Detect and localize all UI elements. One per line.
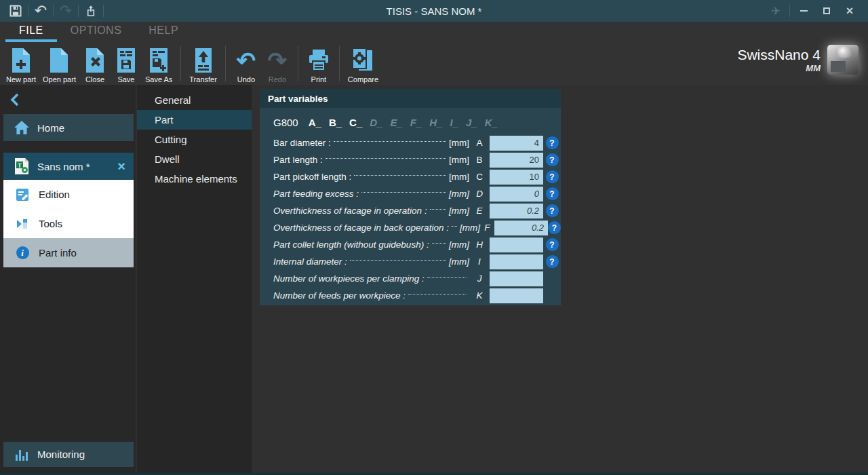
var-letter: F: [480, 223, 494, 233]
g800-letter-k: K_: [485, 117, 498, 128]
maximize-button[interactable]: [815, 2, 838, 20]
var-input-c[interactable]: [490, 170, 543, 185]
g800-letter-i: I_: [450, 117, 459, 128]
var-letter: I: [469, 256, 490, 267]
var-row-j: Number of workpieces per clamping :J: [273, 270, 561, 287]
section-item-dwell[interactable]: Dwell: [137, 149, 252, 169]
var-row-k: Number of feeds per workpiece :K: [273, 287, 561, 304]
var-label: Part collet length (without guidebush) :: [273, 240, 429, 250]
help-icon[interactable]: ?: [546, 187, 559, 200]
sidebar-item-label: Monitoring: [37, 449, 85, 460]
sidebar-item-monitoring[interactable]: Monitoring: [3, 442, 134, 467]
new-part-button[interactable]: New part: [3, 44, 39, 83]
undo-button[interactable]: ↶ Undo: [231, 44, 262, 83]
var-letter: A: [469, 138, 490, 148]
var-input-f[interactable]: [494, 221, 548, 235]
var-input-a[interactable]: [490, 136, 543, 151]
sidebar-document-header[interactable]: T Sans nom * ×: [3, 153, 134, 180]
var-input-k[interactable]: [490, 288, 543, 303]
help-icon[interactable]: ?: [546, 204, 559, 217]
var-help-slot: ?: [543, 204, 561, 217]
content: Home T Sans nom * ×: [0, 85, 868, 473]
close-button[interactable]: ×: [838, 2, 861, 20]
document-menu: Edition Tools i Part info: [3, 180, 134, 267]
section-item-part[interactable]: Part: [137, 110, 252, 130]
close-part-button[interactable]: Close: [79, 44, 111, 83]
part-variables-rows: Bar diameter :[mm]A?Part length :[mm]B?P…: [260, 134, 561, 304]
section-item-cutting[interactable]: Cutting: [137, 130, 252, 149]
sidebar-item-part-info[interactable]: i Part info: [3, 238, 134, 267]
var-input-b[interactable]: [490, 153, 543, 168]
help-icon[interactable]: ?: [546, 170, 559, 183]
sidebar-item-home[interactable]: Home: [3, 114, 134, 141]
dotted-leader: [452, 226, 457, 227]
compare-icon: [351, 47, 375, 74]
var-help-slot: ?: [548, 221, 561, 234]
g800-letter-h: H_: [429, 117, 442, 128]
monitoring-icon: [13, 449, 31, 461]
edition-icon: [14, 188, 31, 202]
var-row-a: Bar diameter :[mm]A?: [273, 134, 561, 151]
tab-help[interactable]: HELP: [135, 22, 192, 42]
var-letter: C: [469, 172, 490, 182]
g800-letter-j: J_: [466, 117, 477, 128]
var-label: Part pickoff length :: [273, 172, 351, 182]
section-item-machine-elements[interactable]: Machine elements: [137, 169, 252, 189]
var-letter: B: [469, 155, 490, 165]
var-input-j[interactable]: [490, 271, 543, 286]
var-row-b: Part length :[mm]B?: [273, 151, 561, 168]
tab-file[interactable]: FILE: [5, 22, 57, 42]
save-button[interactable]: Save: [111, 44, 142, 83]
transfer-button[interactable]: Transfer: [186, 44, 220, 83]
sidebar-item-tools[interactable]: Tools: [3, 209, 134, 238]
toolbar-separator: [339, 46, 340, 81]
var-row-d: Part feeding excess :[mm]D?: [273, 185, 561, 202]
g800-letter-d: D_: [370, 117, 382, 128]
help-icon[interactable]: ?: [546, 136, 559, 149]
dotted-leader: [350, 260, 446, 261]
var-help-slot: ?: [543, 238, 561, 251]
g800-row: G800 A_B_C_D_E_F_H_I_J_K_: [273, 117, 561, 128]
var-unit: [mm]: [460, 223, 480, 233]
quick-undo-icon[interactable]: ↶: [31, 2, 51, 20]
var-input-i[interactable]: [490, 254, 543, 269]
help-icon[interactable]: ?: [546, 153, 559, 166]
var-unit: [mm]: [449, 155, 469, 165]
help-icon[interactable]: ?: [548, 221, 561, 234]
minimize-button[interactable]: [792, 2, 815, 20]
quick-save-icon[interactable]: [5, 2, 26, 20]
help-icon[interactable]: ?: [546, 238, 559, 251]
save-as-button[interactable]: Save As: [142, 44, 176, 83]
var-input-e[interactable]: [490, 204, 543, 218]
connect-machine-icon: ✈: [764, 2, 787, 20]
titlebar-separator: [53, 5, 54, 17]
g800-letter-e: E_: [390, 117, 402, 128]
var-input-d[interactable]: [490, 187, 543, 202]
var-label: Overthickness of facage in back operatio…: [273, 223, 449, 233]
menubar: FILE OPTIONS HELP: [0, 22, 868, 42]
machine-info: SwissNano 4 MM: [737, 45, 859, 75]
var-label: Number of workpieces per clamping :: [273, 273, 425, 284]
print-button[interactable]: Print: [303, 44, 334, 83]
part-file-icon: T: [13, 157, 31, 175]
section-item-general[interactable]: General: [137, 90, 252, 110]
g800-letter-a: A_: [309, 117, 321, 128]
var-input-h[interactable]: [490, 238, 543, 252]
sidebar-item-edition[interactable]: Edition: [3, 180, 134, 209]
minimize-icon: [800, 10, 808, 12]
sections-menu: GeneralPartCuttingDwellMachine elements: [137, 85, 252, 473]
machine-text: SwissNano 4 MM: [737, 47, 821, 73]
home-icon: [13, 120, 31, 135]
tab-options[interactable]: OPTIONS: [57, 22, 136, 42]
print-icon: [307, 47, 330, 74]
var-row-f: Overthickness of facage in back operatio…: [273, 219, 561, 236]
var-letter: J: [469, 273, 490, 284]
save-icon: [116, 47, 136, 74]
quick-export-icon[interactable]: [81, 2, 101, 20]
close-document-icon[interactable]: ×: [117, 159, 125, 173]
back-button[interactable]: [5, 90, 24, 109]
help-icon[interactable]: ?: [546, 255, 559, 268]
compare-button[interactable]: Compare: [344, 44, 382, 83]
open-part-button[interactable]: Open part: [39, 44, 79, 83]
transfer-icon: [193, 47, 214, 74]
